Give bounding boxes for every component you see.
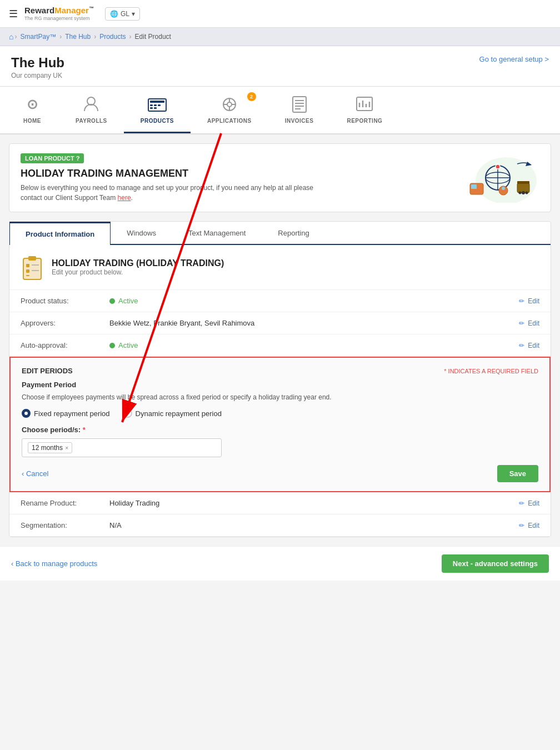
required-note: * Indicates a required field <box>444 368 538 374</box>
period-input-box[interactable]: 12 months × <box>22 438 222 457</box>
breadcrumb-thehub[interactable]: The Hub <box>65 33 91 41</box>
svg-rect-40 <box>23 258 41 279</box>
required-asterisk: * <box>83 426 86 434</box>
edit-pencil-icon: ✏ <box>519 297 524 305</box>
payment-period-label: Payment Period <box>22 381 538 389</box>
nav-reporting[interactable]: REPORTING <box>330 87 399 133</box>
brand-manager: Manager <box>54 6 89 15</box>
active-dot <box>109 298 115 304</box>
tab-product-information[interactable]: Product Information <box>9 222 111 245</box>
dynamic-radio <box>123 409 132 418</box>
back-to-products-link[interactable]: ‹ Back to manage products <box>11 559 97 568</box>
period-tag-close[interactable]: × <box>65 444 68 451</box>
auto-approval-edit-link[interactable]: ✏ Edit <box>519 342 539 349</box>
svg-rect-41 <box>28 256 36 261</box>
dynamic-repayment-label: Dynamic repayment period <box>136 409 222 418</box>
tabs: Product Information Windows Text Managem… <box>9 222 551 245</box>
chevron-down-icon: ▾ <box>132 10 135 18</box>
info-row-auto-approval: Auto-approval: Active ✏ Edit <box>9 334 551 357</box>
edit-periods-box: EDIT PERIODS * Indicates a required fiel… <box>9 357 551 492</box>
loan-badge: LOAN PRODUCT ? <box>21 153 84 163</box>
product-description: Below is everything you need to manage a… <box>21 183 332 203</box>
tab-windows[interactable]: Windows <box>111 222 172 245</box>
nav-payrolls[interactable]: PAYROLLS <box>59 87 124 133</box>
product-status-edit-link[interactable]: ✏ Edit <box>519 297 539 305</box>
tab-text-management[interactable]: Text Management <box>172 222 262 245</box>
product-section-subtitle: Edit your product below. <box>52 268 224 276</box>
breadcrumb: ⌂ › SmartPay™ › The Hub › Products › Edi… <box>0 28 560 46</box>
svg-point-34 <box>502 187 505 190</box>
clipboard-icon <box>21 254 44 281</box>
nav-products[interactable]: PRODUCTS <box>124 87 191 133</box>
invoices-icon <box>289 94 309 114</box>
rename-product-edit-link[interactable]: ✏ Edit <box>519 499 539 507</box>
tab-reporting[interactable]: Reporting <box>262 222 325 245</box>
products-icon <box>147 94 167 114</box>
payment-period-desc: Choose if employees payments will be spr… <box>22 392 538 402</box>
svg-point-39 <box>526 192 528 194</box>
breadcrumb-products[interactable]: Products <box>99 33 126 41</box>
nav-home[interactable]: ⊙ HOME <box>6 87 59 133</box>
brand-tm: ™ <box>89 6 94 11</box>
repayment-radio-group: Fixed repayment period Dynamic repayment… <box>22 409 538 418</box>
page-footer: ‹ Back to manage products Next - advance… <box>0 546 560 581</box>
svg-rect-42 <box>26 264 29 267</box>
next-advanced-settings-button[interactable]: Next - advanced settings <box>442 554 549 573</box>
svg-rect-4 <box>154 104 157 106</box>
top-nav: ☰ RewardManager™ The RG management syste… <box>0 0 560 28</box>
product-status-value: Active <box>109 297 519 305</box>
svg-rect-3 <box>150 104 153 106</box>
nav-home-label: HOME <box>23 118 41 124</box>
active-dot-2 <box>109 343 115 348</box>
hamburger-menu[interactable]: ☰ <box>9 8 18 20</box>
edit-periods-title: EDIT PERIODS * Indicates a required fiel… <box>22 367 538 375</box>
dynamic-repayment-option[interactable]: Dynamic repayment period <box>123 409 222 418</box>
save-button[interactable]: Save <box>497 465 538 482</box>
svg-point-38 <box>519 192 522 194</box>
product-status-label: Product status: <box>21 297 109 305</box>
breadcrumb-smartpay[interactable]: SmartPay™ <box>20 33 56 41</box>
banner-illustration <box>462 153 539 203</box>
nav-invoices-label: INVOICES <box>285 118 314 124</box>
svg-point-0 <box>87 97 95 105</box>
general-setup-link[interactable]: Go to general setup > <box>479 55 549 63</box>
rename-product-value: Holiday Trading <box>109 499 519 507</box>
svg-rect-46 <box>26 275 29 276</box>
svg-rect-6 <box>150 107 153 109</box>
home-breadcrumb-icon[interactable]: ⌂ <box>9 32 13 41</box>
home-icon: ⊙ <box>22 94 42 114</box>
nav-invoices[interactable]: INVOICES <box>268 87 331 133</box>
language-label: GL <box>121 10 129 18</box>
product-section-header: HOLIDAY TRADING (HOLIDAY TRADING) Edit y… <box>9 245 551 290</box>
period-tag-label: 12 months <box>32 444 63 452</box>
nav-payrolls-label: PAYROLLS <box>76 118 107 124</box>
svg-point-37 <box>522 191 525 194</box>
approvers-edit-link[interactable]: ✏ Edit <box>519 319 539 327</box>
fixed-repayment-label: Fixed repayment period <box>34 409 110 418</box>
auto-approval-label: Auto-approval: <box>21 341 109 349</box>
rename-product-label: Rename Product: <box>21 499 109 507</box>
nav-applications[interactable]: 2 APPLICATIONS <box>191 87 268 133</box>
breadcrumb-current: Edit Product <box>135 33 171 41</box>
brand-logo: RewardManager™ The RG management system <box>24 6 94 21</box>
globe-language-button[interactable]: 🌐 GL ▾ <box>105 7 140 21</box>
svg-point-28 <box>496 164 500 169</box>
auto-approval-value: Active <box>109 341 519 349</box>
fixed-repayment-option[interactable]: Fixed repayment period <box>22 409 110 418</box>
client-support-link[interactable]: here <box>118 194 131 202</box>
svg-marker-30 <box>526 162 532 166</box>
edit-pencil-icon-3: ✏ <box>519 499 524 507</box>
info-row-segmentation: Segmentation: N/A ✏ Edit <box>9 514 551 537</box>
svg-rect-36 <box>517 181 529 184</box>
cancel-link[interactable]: ‹ Cancel <box>22 469 48 478</box>
svg-rect-7 <box>154 107 157 109</box>
applications-icon <box>219 94 239 114</box>
svg-point-9 <box>227 102 232 107</box>
segmentation-edit-link[interactable]: ✏ Edit <box>519 522 539 529</box>
svg-rect-14 <box>293 97 306 112</box>
globe-icon: 🌐 <box>110 10 118 18</box>
fixed-radio-selected <box>22 409 31 418</box>
product-name: HOLIDAY TRADING MANAGEMENT <box>21 168 332 179</box>
nav-reporting-label: REPORTING <box>347 118 382 124</box>
payrolls-icon <box>81 94 101 114</box>
